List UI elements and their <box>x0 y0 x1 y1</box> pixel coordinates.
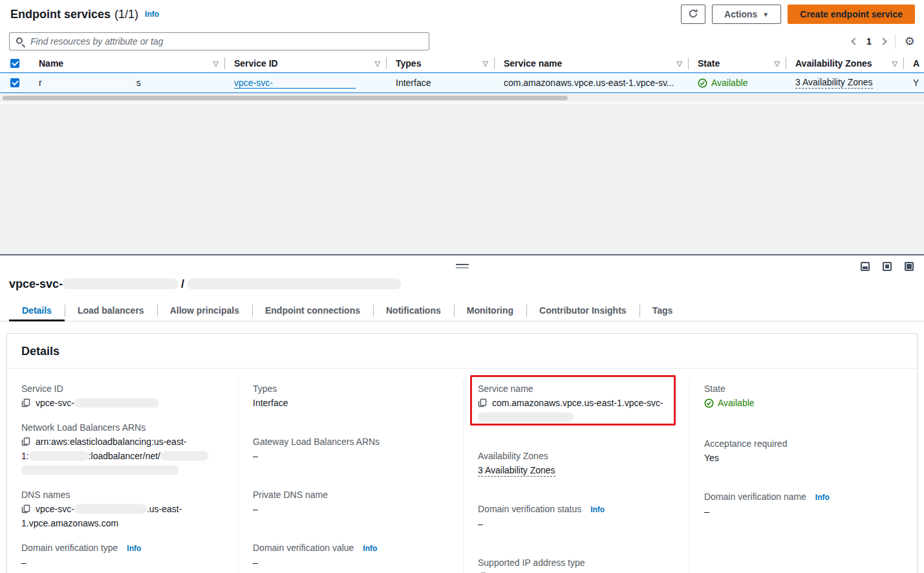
field-domain-verification-type: Domain verification type Info – <box>21 541 226 570</box>
info-link[interactable]: Info <box>815 493 830 502</box>
column-label: A <box>913 58 919 69</box>
info-link[interactable]: Info <box>363 544 377 553</box>
panel-title: vpce-svc- / <box>9 277 915 291</box>
field-value: – <box>253 502 451 516</box>
search-wrap <box>9 32 429 50</box>
page-number[interactable]: 1 <box>866 36 872 47</box>
field-label: DNS names <box>21 488 226 502</box>
row-types-cell: Interface <box>387 73 495 92</box>
column-header-name: Name ▽ <box>30 54 225 72</box>
field-value: – <box>253 556 451 570</box>
tab-tags[interactable]: Tags <box>639 301 686 321</box>
redacted-service-id <box>273 78 356 87</box>
info-link[interactable]: Info <box>127 544 141 553</box>
availability-zones-popover-trigger[interactable]: 3 Availability Zones <box>795 77 873 89</box>
arn-line1: arn:aws:elasticloadbalancing:us-east- <box>36 437 186 447</box>
tab-contributor-insights[interactable]: Contributor Insights <box>526 301 639 321</box>
details-column-3: Service name com.amazonaws.vpce.us-east-… <box>463 379 689 573</box>
info-link[interactable]: Info <box>145 10 159 19</box>
redacted-dns-id <box>74 504 147 514</box>
filter-icon[interactable]: ▽ <box>213 59 219 68</box>
panel-size-controls <box>861 262 914 271</box>
dns-mid: .us-east- <box>147 504 182 514</box>
status-badge: Available <box>704 396 755 410</box>
state-label: Available <box>711 78 748 88</box>
tab-allow-principals[interactable]: Allow principals <box>157 301 252 321</box>
redacted-account-id <box>29 451 89 460</box>
row-state-cell: Available <box>689 73 786 92</box>
row-name-fragment: s <box>136 78 141 88</box>
redacted-arn-line3 <box>21 466 178 475</box>
chevron-left-icon[interactable] <box>851 38 858 45</box>
copy-icon[interactable] <box>21 437 30 446</box>
row-acceptance-cell: Y <box>904 73 924 92</box>
field-gateway-lb-arns: Gateway Load Balancers ARNs – <box>253 435 451 463</box>
field-dns-names: DNS names vpce-svc-.us-east- 1 <box>21 488 226 530</box>
column-header-acceptance: A <box>904 54 924 72</box>
check-circle-icon <box>704 398 714 408</box>
chevron-right-icon[interactable] <box>879 38 886 45</box>
field-label: Domain verification status <box>478 504 581 514</box>
row-select-cell <box>0 73 30 92</box>
arn-line2-mid: :loadbalancer/net/ <box>89 451 160 461</box>
result-count: (1/1) <box>114 8 138 21</box>
refresh-button[interactable] <box>681 5 705 24</box>
details-column-4: State Available <box>689 379 917 573</box>
info-link[interactable]: Info <box>590 505 605 514</box>
panel-collapse-icon[interactable] <box>861 262 870 271</box>
endpoint-services-page: Endpoint services (1/1) Info Actions ▼ C… <box>0 0 924 573</box>
service-id-value-prefix: vpce-svc- <box>36 398 74 408</box>
filter-icon[interactable]: ▽ <box>483 59 488 68</box>
field-state: State Available <box>704 382 905 412</box>
filter-icon[interactable]: ▽ <box>375 59 380 68</box>
tab-load-balancers[interactable]: Load balancers <box>65 301 157 321</box>
table-controls: 1 ⚙ <box>0 28 924 54</box>
tab-details[interactable]: Details <box>9 301 65 321</box>
field-label: Supported IP address type <box>478 556 678 570</box>
tab-endpoint-connections[interactable]: Endpoint connections <box>252 301 373 321</box>
row-service-id-cell: vpce-svc- <box>225 73 387 92</box>
horizontal-scrollbar <box>0 94 924 102</box>
create-endpoint-service-button[interactable]: Create endpoint service <box>788 5 915 24</box>
content-background <box>0 103 924 254</box>
tab-monitoring[interactable]: Monitoring <box>454 301 526 321</box>
details-column-1: Service ID vpce-svc- Network Load Bala <box>7 379 238 573</box>
field-label: Domain verification name <box>704 492 806 502</box>
availability-zones-popover-trigger[interactable]: 3 Availability Zones <box>478 465 555 477</box>
tab-notifications[interactable]: Notifications <box>373 301 454 321</box>
filter-icon[interactable]: ▽ <box>775 59 780 68</box>
search-input[interactable] <box>9 32 429 50</box>
arn-line2-start: 1: <box>21 451 29 461</box>
actions-button-label: Actions <box>724 9 757 19</box>
field-label: Gateway Load Balancers ARNs <box>253 435 451 449</box>
field-label: Network Load Balancers ARNs <box>21 420 226 435</box>
horizontal-scrollbar-thumb[interactable] <box>3 96 568 100</box>
column-label: Name <box>39 58 213 69</box>
header-actions: Actions ▼ Create endpoint service <box>681 5 915 24</box>
field-label: Types <box>253 382 451 396</box>
row-service-name-cell: com.amazonaws.vpce.us-east-1.vpce-sv... <box>495 73 689 92</box>
filter-icon[interactable]: ▽ <box>677 59 682 68</box>
column-header-service-id: Service ID ▽ <box>225 54 387 72</box>
actions-button[interactable]: Actions ▼ <box>712 5 781 24</box>
page-title: Endpoint services <box>10 8 111 21</box>
panel-title-prefix: vpce-svc- <box>9 277 63 290</box>
panel-drag-handle[interactable] <box>456 264 469 268</box>
column-label: Service name <box>504 58 677 69</box>
panel-half-icon[interactable] <box>883 262 892 271</box>
panel-full-icon[interactable] <box>905 262 914 271</box>
redacted-title-id <box>63 279 178 289</box>
search-icon <box>16 38 23 44</box>
service-id-link[interactable]: vpce-svc- <box>234 78 356 89</box>
column-label: Types <box>396 58 483 69</box>
details-card-title: Details <box>7 334 917 369</box>
copy-icon[interactable] <box>21 504 30 514</box>
select-all-checkbox[interactable] <box>10 59 19 68</box>
gear-icon[interactable]: ⚙ <box>905 36 915 47</box>
row-checkbox[interactable] <box>10 78 19 87</box>
details-card: Details Service ID vpce-svc- <box>6 333 918 573</box>
filter-icon[interactable]: ▽ <box>892 59 897 68</box>
copy-icon[interactable] <box>21 398 30 407</box>
field-supported-ip: Supported IP address type ipv4 <box>478 556 678 573</box>
copy-icon[interactable] <box>478 398 487 407</box>
